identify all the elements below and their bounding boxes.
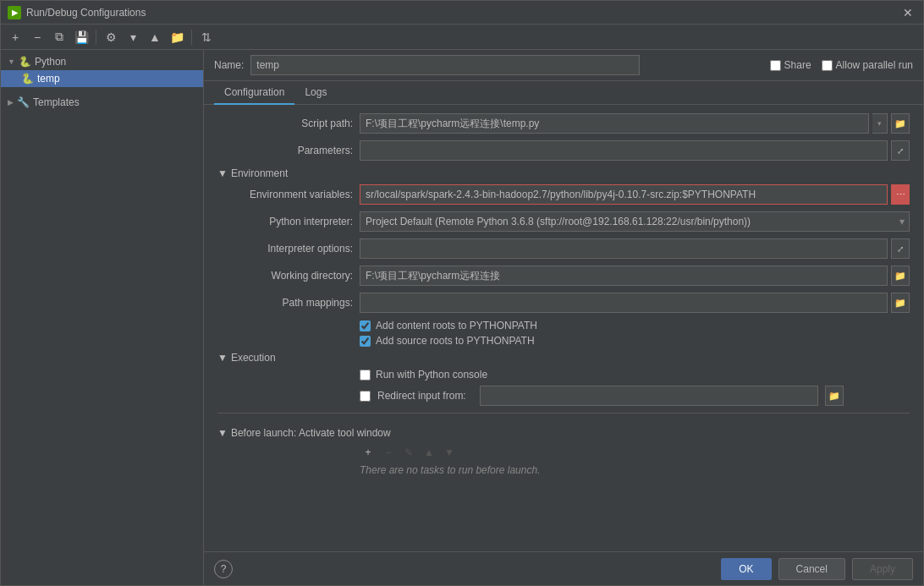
tab-configuration[interactable]: Configuration [214,81,294,105]
pythonpath-checkboxes: Add content roots to PYTHONPATH Add sour… [360,320,910,347]
toolbar-separator-2 [191,30,192,45]
templates-group-icon: 🔧 [17,96,30,108]
name-label: Name: [214,59,244,71]
redirect-input-label[interactable]: Redirect input from: [377,390,466,402]
script-path-dropdown-arrow[interactable]: ▾ [872,113,888,134]
path-mappings-label: Path mappings: [217,297,353,309]
allow-parallel-checkbox[interactable] [822,60,833,71]
config-panel: Script path: ▾ 📁 Parameters: ⤢ [204,105,923,551]
working-dir-label: Working directory: [217,270,353,282]
execution-checkboxes: Run with Python console [360,369,910,381]
redirect-input-checkbox[interactable] [360,391,371,402]
script-path-label: Script path: [217,118,353,129]
parameters-field: ⤢ [360,140,910,161]
name-input[interactable] [250,55,640,75]
python-interpreter-field: Project Default (Remote Python 3.6.8 (sf… [360,211,910,232]
parameters-row: Parameters: ⤢ [217,140,910,161]
path-mappings-row: Path mappings: 📁 [217,293,910,313]
interpreter-options-label: Interpreter options: [217,243,353,255]
interpreter-options-expand-button[interactable]: ⤢ [891,238,910,259]
configurations-toolbar: + − ⧉ 💾 ⚙ ▾ ▲ 📁 ⇅ [1,25,923,50]
env-vars-input[interactable] [360,184,888,205]
python-interpreter-select[interactable]: Project Default (Remote Python 3.6.8 (sf… [360,211,910,232]
working-dir-input[interactable] [360,266,888,286]
remove-configuration-button[interactable]: − [28,28,47,47]
sidebar-item-templates[interactable]: ▶ 🔧 Templates [1,94,203,111]
ok-button[interactable]: OK [721,558,771,580]
redirect-input-field[interactable] [480,386,818,406]
toolbar-separator-1 [96,30,96,45]
copy-configuration-button[interactable]: ⧉ [50,28,69,47]
add-source-roots-checkbox[interactable] [360,336,371,347]
sidebar-item-temp[interactable]: 🐍 temp [1,70,203,87]
add-content-roots-label[interactable]: Add content roots to PYTHONPATH [376,320,537,331]
before-launch-move-down-button[interactable]: ▼ [441,444,458,461]
python-group-icon: 🐍 [19,56,31,68]
before-launch-edit-button[interactable]: ✎ [400,444,417,461]
redirect-input-browse-button[interactable]: 📁 [825,386,844,406]
tabs: Configuration Logs [204,81,923,105]
app-icon: ▶ [8,6,21,19]
save-configuration-button[interactable]: 💾 [72,28,91,47]
close-button[interactable]: ✕ [899,6,916,19]
apply-button[interactable]: Apply [852,558,913,580]
add-source-roots-label[interactable]: Add source roots to PYTHONPATH [376,335,535,347]
before-launch-remove-button[interactable]: − [380,444,397,461]
temp-config-label: temp [37,73,60,85]
run-with-python-console-checkbox[interactable] [360,370,371,381]
path-mappings-browse-button[interactable]: 📁 [891,293,910,313]
arrow-down-button[interactable]: ▾ [124,28,142,47]
allow-parallel-checkbox-label[interactable]: Allow parallel run [822,59,913,71]
sidebar-item-python[interactable]: ▼ 🐍 Python [1,53,203,70]
script-path-field: ▾ 📁 [360,113,910,134]
help-button[interactable]: ? [214,560,233,578]
parameters-input[interactable] [360,140,888,161]
templates-group-label: Templates [33,96,80,108]
temp-config-icon: 🐍 [21,73,34,85]
arrow-up-button[interactable]: ▲ [146,28,164,47]
before-launch-arrow[interactable]: ▼ [217,427,228,439]
sort-button[interactable]: ⇅ [197,28,216,47]
python-group-label: Python [35,56,66,68]
share-area: Share Allow parallel run [770,59,913,71]
python-interpreter-row: Python interpreter: Project Default (Rem… [217,211,910,232]
before-launch-add-button[interactable]: + [360,444,377,461]
templates-group: ▶ 🔧 Templates [1,90,203,114]
templates-group-arrow: ▶ [8,98,14,107]
before-launch-section: ▼ Before launch: Activate tool window + … [217,413,910,476]
run-with-python-console-label[interactable]: Run with Python console [376,369,487,381]
share-checkbox[interactable] [770,60,781,71]
working-dir-browse-button[interactable]: 📁 [891,266,910,286]
tab-logs[interactable]: Logs [294,81,337,105]
before-launch-move-up-button[interactable]: ▲ [421,444,437,461]
python-group-arrow: ▼ [8,58,15,66]
before-launch-empty-text: There are no tasks to run before launch. [360,464,910,476]
before-launch-header: ▼ Before launch: Activate tool window [217,427,910,439]
interpreter-options-input[interactable] [360,238,888,259]
bottom-bar: ? OK Cancel Apply [204,551,923,585]
python-interpreter-label: Python interpreter: [217,216,353,227]
script-path-browse-button[interactable]: 📁 [891,113,910,134]
dialog-buttons: OK Cancel Apply [721,558,913,580]
parameters-label: Parameters: [217,145,353,156]
script-path-row: Script path: ▾ 📁 [217,113,910,134]
path-mappings-input[interactable] [360,293,888,313]
env-vars-browse-button[interactable]: ⋯ [891,184,910,205]
add-configuration-button[interactable]: + [6,28,25,47]
parameters-expand-button[interactable]: ⤢ [891,140,910,161]
window-title: Run/Debug Configurations [26,7,899,19]
interpreter-options-row: Interpreter options: ⤢ [217,238,910,259]
right-panel: Name: Share Allow parallel run Configu [204,50,923,585]
environment-section-arrow[interactable]: ▼ [217,167,228,179]
cancel-button[interactable]: Cancel [778,558,845,580]
script-path-input[interactable] [360,113,869,134]
settings-button[interactable]: ⚙ [102,28,120,47]
share-checkbox-label[interactable]: Share [770,59,811,71]
python-interpreter-select-wrapper: Project Default (Remote Python 3.6.8 (sf… [360,211,910,232]
name-bar: Name: Share Allow parallel run [204,50,923,81]
configurations-sidebar: ▼ 🐍 Python 🐍 temp ▶ 🔧 Templates [1,50,204,585]
move-button[interactable]: 📁 [168,28,186,47]
path-mappings-field: 📁 [360,293,910,313]
execution-section-arrow[interactable]: ▼ [217,352,228,364]
add-content-roots-checkbox[interactable] [360,320,371,331]
